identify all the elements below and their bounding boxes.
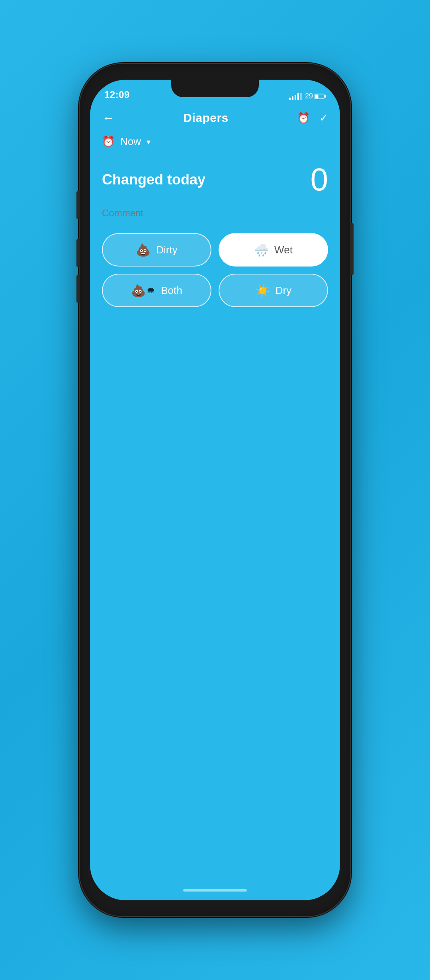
changed-today-label: Changed today: [102, 171, 205, 188]
chevron-down-icon: ▾: [147, 137, 150, 147]
dirty-emoji: 💩: [136, 243, 150, 257]
dry-label: Dry: [276, 284, 291, 297]
status-icons: 29: [289, 92, 326, 100]
back-button[interactable]: ←: [102, 111, 115, 125]
both-button[interactable]: 💩🌧 Both: [102, 274, 211, 307]
signal-icon: [289, 93, 302, 100]
time-label: Now: [120, 135, 141, 148]
check-icon[interactable]: ✓: [319, 112, 328, 124]
dry-emoji: ☀️: [255, 284, 270, 298]
battery-level: 29: [305, 92, 313, 100]
dry-button[interactable]: ☀️ Dry: [219, 274, 328, 307]
changed-today-row: Changed today 0: [102, 164, 328, 196]
dirty-label: Dirty: [156, 244, 177, 256]
time-selector[interactable]: ⏰ Now ▾: [90, 132, 340, 156]
comment-input[interactable]: [102, 208, 328, 219]
diaper-options-grid: 💩 Dirty 🌧️ Wet 💩🌧 Both ☀️: [102, 233, 328, 307]
clock-icon: ⏰: [102, 135, 115, 148]
both-label: Both: [161, 284, 182, 297]
nav-header: ← Diapers ⏰ ✓: [90, 104, 340, 132]
wet-button[interactable]: 🌧️ Wet: [219, 233, 328, 267]
phone-frame: 12:09 29: [80, 64, 350, 916]
home-bar: [183, 889, 247, 892]
battery-icon: 29: [305, 92, 326, 100]
home-indicator: [90, 880, 340, 900]
wet-emoji: 🌧️: [254, 243, 269, 257]
dirty-button[interactable]: 💩 Dirty: [102, 233, 211, 267]
main-content: Changed today 0 💩 Dirty 🌧️ Wet: [90, 156, 340, 880]
wet-label: Wet: [274, 244, 293, 256]
svg-rect-2: [315, 94, 319, 98]
notch: [171, 80, 259, 97]
alarm-icon[interactable]: ⏰: [297, 112, 310, 124]
svg-rect-1: [324, 95, 326, 98]
phone-screen: 12:09 29: [90, 80, 340, 900]
status-time: 12:09: [104, 89, 130, 100]
nav-actions: ⏰ ✓: [297, 112, 328, 124]
page-title: Diapers: [183, 111, 229, 125]
changed-today-count: 0: [311, 164, 328, 196]
both-emoji: 💩🌧: [131, 284, 155, 298]
